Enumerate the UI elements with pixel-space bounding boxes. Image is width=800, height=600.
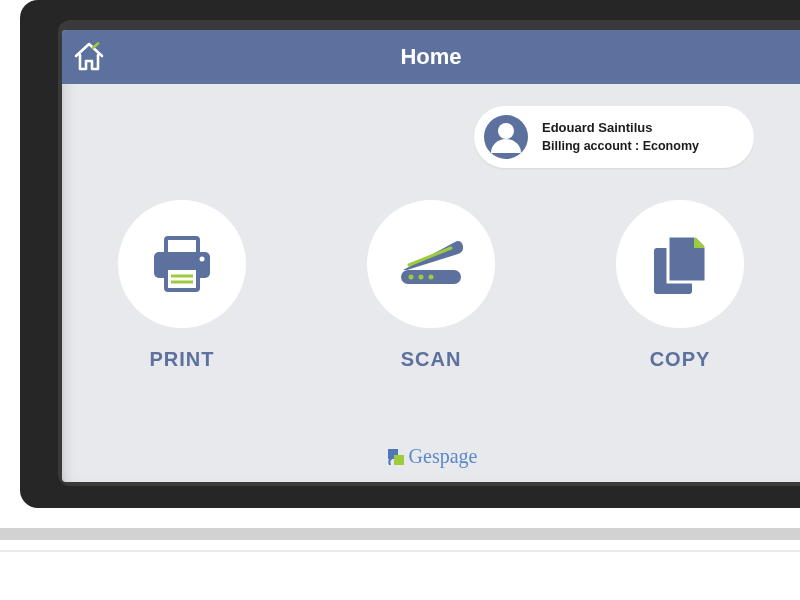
copy-tile[interactable]: COPY <box>590 200 770 371</box>
svg-point-1 <box>498 123 514 139</box>
screen: Home Edouard Saintilus Billing account :… <box>62 30 800 482</box>
svg-rect-4 <box>166 268 198 290</box>
user-info-text: Edouard Saintilus Billing account : Econ… <box>542 118 699 156</box>
copy-icon <box>644 226 716 302</box>
page-title: Home <box>62 44 800 70</box>
scan-label: SCAN <box>401 348 462 371</box>
svg-point-10 <box>419 275 424 280</box>
home-button[interactable] <box>62 30 116 84</box>
user-name: Edouard Saintilus <box>542 118 699 138</box>
brand-logo-icon <box>385 446 407 468</box>
scan-icon <box>389 226 473 302</box>
svg-point-9 <box>409 275 414 280</box>
action-tiles: PRINT SCAN <box>92 200 770 371</box>
svg-point-7 <box>200 257 205 262</box>
home-icon <box>72 40 106 74</box>
print-label: PRINT <box>150 348 215 371</box>
brand-name: Gespage <box>409 445 478 468</box>
device-surface <box>0 528 800 600</box>
user-info-pill[interactable]: Edouard Saintilus Billing account : Econ… <box>474 106 754 168</box>
print-icon <box>144 226 220 302</box>
copy-label: COPY <box>650 348 711 371</box>
brand-footer: Gespage <box>62 445 800 468</box>
titlebar: Home <box>62 30 800 84</box>
svg-rect-3 <box>166 238 198 254</box>
user-avatar-icon <box>482 113 530 161</box>
svg-point-11 <box>429 275 434 280</box>
user-billing-account: Billing account : Economy <box>542 137 699 156</box>
print-tile[interactable]: PRINT <box>92 200 272 371</box>
scan-tile[interactable]: SCAN <box>341 200 521 371</box>
